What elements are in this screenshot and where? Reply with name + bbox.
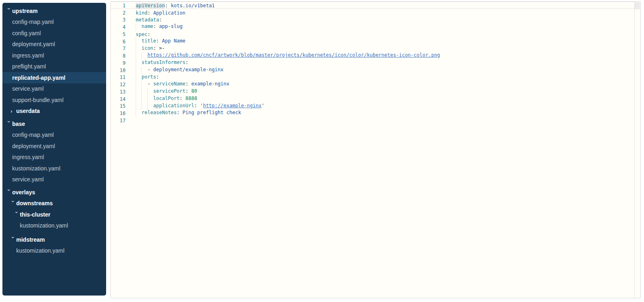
file-label: config.yaml — [12, 30, 41, 36]
code-line-text: apiVersion: kots.io/v1beta1 — [136, 3, 215, 9]
folder-label: overlays — [12, 189, 35, 196]
tree-item-upstream-0[interactable]: ›upstream — [2, 5, 106, 17]
code-token: Ping preflight check — [183, 110, 241, 115]
folder-label: base — [12, 121, 25, 127]
line-number[interactable]: 9 — [111, 60, 126, 66]
line-number[interactable]: 7 — [111, 46, 126, 51]
line-number[interactable]: 5 — [111, 32, 126, 37]
file-label: ingress.yaml — [12, 154, 44, 160]
code-line-12[interactable]: 12- serviceName: example-nginx — [111, 81, 634, 88]
overview-ruler-cursor-marker[interactable] — [635, 2, 640, 9]
code-line-5[interactable]: 5spec: — [111, 31, 634, 38]
indent-guide — [136, 38, 141, 45]
code-token: app-slug — [159, 23, 183, 29]
code-line-2[interactable]: 2kind: Application — [111, 9, 634, 17]
tree-item-midstream-20[interactable]: ›midstream — [2, 234, 106, 245]
code-token: - — [147, 67, 153, 72]
tree-item-service-yaml-7[interactable]: service.yaml — [2, 83, 106, 95]
line-number[interactable]: 8 — [111, 53, 126, 59]
code-link[interactable]: https://github.com/cncf/artwork/blob/mas… — [147, 52, 440, 58]
tree-item-ingress-yaml-13[interactable]: ingress.yaml — [2, 152, 106, 163]
code-token: : — [194, 103, 197, 108]
line-number[interactable]: 10 — [111, 68, 126, 73]
code-token: metadata — [136, 17, 159, 23]
line-number[interactable]: 15 — [111, 103, 126, 109]
line-number[interactable]: 14 — [111, 96, 126, 102]
folder-label: this-cluster — [20, 211, 50, 218]
tree-item-support-bundle-yaml-8[interactable]: support-bundle.yaml — [2, 94, 106, 106]
tree-item-ingress-yaml-4[interactable]: ingress.yaml — [2, 50, 106, 61]
code-line-8[interactable]: 8https://github.com/cncf/artwork/blob/ma… — [111, 52, 634, 60]
code-area[interactable]: 1apiVersion: kots.io/v1beta12kind: Appli… — [111, 2, 634, 298]
code-line-17[interactable]: 17 — [111, 117, 634, 124]
indent-guide — [141, 96, 147, 103]
code-line-13[interactable]: 13servicePort: 80 — [111, 88, 634, 96]
code-line-16[interactable]: 16releaseNotes: Ping preflight check — [111, 110, 634, 117]
indent-guide — [136, 110, 141, 117]
code-token: title — [141, 38, 156, 44]
code-line-text: statusInformers: — [136, 60, 188, 67]
tree-item-downstreams-17[interactable]: ›downstreams — [2, 198, 106, 209]
tree-item-this-cluster-18[interactable]: ›this-cluster — [2, 209, 106, 220]
code-token — [197, 103, 200, 108]
code-line-7[interactable]: 7icon: >- — [111, 45, 634, 53]
tree-item-service-yaml-15[interactable]: service.yaml — [2, 174, 106, 185]
line-number[interactable]: 13 — [111, 89, 126, 95]
chevron-down-icon: › — [6, 8, 12, 13]
code-line-4[interactable]: 4name: app-slug — [111, 23, 634, 31]
line-number[interactable]: 3 — [111, 17, 126, 23]
file-label: preflight.yaml — [12, 63, 46, 70]
tree-item-overlays-16[interactable]: ›overlays — [2, 187, 106, 198]
tree-item-userdata-9[interactable]: ›userdata — [2, 106, 106, 117]
line-number[interactable]: 12 — [111, 82, 126, 87]
indent-guide — [141, 88, 147, 96]
line-number[interactable]: 1 — [111, 3, 126, 9]
indent-guide — [136, 60, 141, 67]
code-token: : — [186, 88, 188, 94]
file-label: deployment.yaml — [12, 143, 55, 149]
file-label: config-map.yaml — [12, 19, 54, 25]
line-number[interactable]: 4 — [111, 24, 126, 30]
tree-item-kustomization-yaml-14[interactable]: kustomization.yaml — [2, 163, 106, 174]
line-number[interactable]: 11 — [111, 74, 126, 80]
code-token: 80 — [191, 88, 197, 94]
indent-guide — [136, 74, 141, 81]
code-token — [156, 45, 159, 51]
tree-item-config-map-yaml-1[interactable]: config-map.yaml — [2, 17, 106, 28]
tree-item-deployment-yaml-3[interactable]: deployment.yaml — [2, 39, 106, 50]
code-link[interactable]: http://example-nginx — [203, 103, 262, 108]
code-line-3[interactable]: 3metadata: — [111, 17, 634, 24]
code-line-14[interactable]: 14localPort: 8888 — [111, 96, 634, 103]
code-line-10[interactable]: 10- deployment/example-nginx — [111, 67, 634, 74]
code-line-text: ports: — [136, 74, 159, 81]
yaml-code-editor[interactable]: 1apiVersion: kots.io/v1beta12kind: Appli… — [110, 1, 641, 298]
tree-item-replicated-app-yaml-6[interactable]: replicated-app.yaml — [2, 72, 106, 83]
code-line-6[interactable]: 6title: App Name — [111, 38, 634, 45]
indent-guide — [141, 81, 147, 88]
line-number[interactable]: 2 — [111, 10, 126, 16]
indent-guide — [147, 103, 153, 110]
tree-item-config-yaml-2[interactable]: config.yaml — [2, 28, 106, 39]
file-label: replicated-app.yaml — [12, 74, 66, 81]
file-label: service.yaml — [12, 85, 44, 92]
code-token: localPort — [153, 96, 179, 101]
code-line-11[interactable]: 11ports: — [111, 74, 634, 81]
file-label: ingress.yaml — [12, 52, 44, 59]
tree-item-config-map-yaml-11[interactable]: config-map.yaml — [2, 130, 106, 141]
code-line-15[interactable]: 15applicationUrl: 'http://example-nginx' — [111, 103, 634, 110]
tree-item-kustomization-yaml-19[interactable]: kustomization.yaml — [2, 220, 106, 232]
tree-item-deployment-yaml-12[interactable]: deployment.yaml — [2, 140, 106, 152]
tree-item-preflight-yaml-5[interactable]: preflight.yaml — [2, 61, 106, 72]
line-number[interactable]: 6 — [111, 39, 126, 45]
code-token: name — [141, 23, 153, 29]
line-number[interactable]: 16 — [111, 111, 126, 116]
code-line-9[interactable]: 9statusInformers: — [111, 60, 634, 67]
code-token: deployment/example-nginx — [153, 67, 223, 72]
code-line-1[interactable]: 1apiVersion: kots.io/v1beta1 — [111, 2, 634, 9]
code-line-text: - serviceName: example-nginx — [136, 81, 229, 88]
line-number[interactable]: 17 — [111, 118, 126, 123]
code-token: : — [179, 96, 182, 101]
code-line-text: spec: — [136, 32, 150, 37]
tree-item-kustomization-yaml-21[interactable]: kustomization.yaml — [2, 245, 106, 257]
tree-item-base-10[interactable]: ›base — [2, 118, 106, 130]
